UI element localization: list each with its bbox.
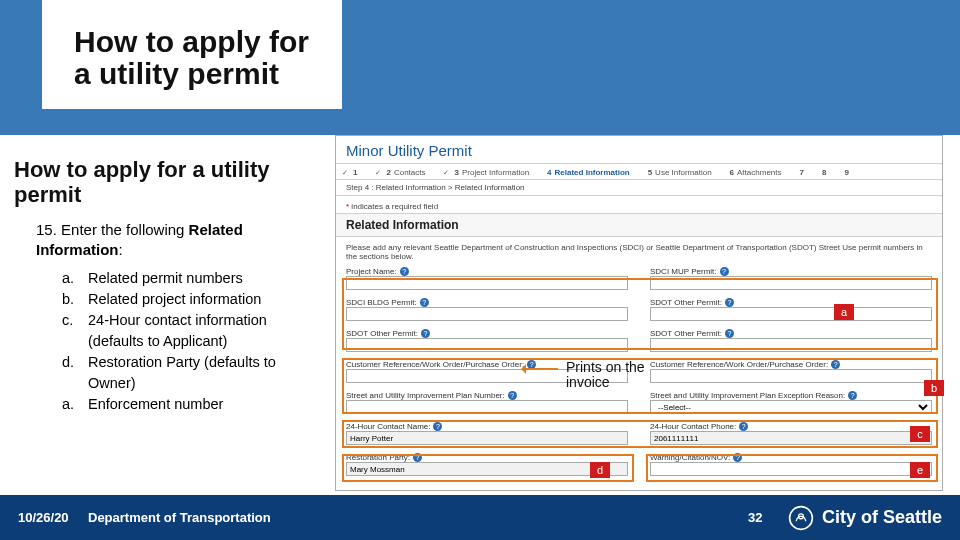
- main-area: How to apply for a utility permit 15. En…: [0, 135, 960, 495]
- wizard-step[interactable]: 1: [342, 168, 357, 177]
- city-logo: City of Seattle: [788, 505, 942, 531]
- list-item: a.Related permit numbers: [62, 268, 319, 289]
- title-box: How to apply for a utility permit: [42, 0, 342, 109]
- list-item: d.Restoration Party (defaults to Owner): [62, 352, 319, 394]
- seattle-seal-icon: [788, 505, 814, 531]
- footer-dept: Department of Transportation: [88, 510, 748, 525]
- form-hint: Please add any relevant Seattle Departme…: [346, 243, 932, 261]
- section-header: Related Information: [336, 213, 942, 237]
- city-name: City of Seattle: [822, 507, 942, 528]
- wizard-step[interactable]: 4Related Information: [547, 168, 630, 177]
- help-icon[interactable]: ?: [400, 267, 409, 276]
- wizard-step[interactable]: 7: [800, 168, 804, 177]
- sub-list: a.Related permit numbers b.Related proje…: [62, 268, 319, 415]
- svg-point-0: [790, 506, 813, 529]
- wizard-steps: 1 2Contacts 3Project Information 4Relate…: [336, 164, 942, 180]
- form-panel: Minor Utility Permit 1 2Contacts 3Projec…: [335, 135, 943, 491]
- annotation-arrow: [522, 368, 558, 370]
- tag-e: e: [910, 462, 930, 478]
- footer-date: 10/26/20: [18, 510, 88, 525]
- list-item: b.Related project information: [62, 289, 319, 310]
- footer-bar: 10/26/20 Department of Transportation 32…: [0, 495, 960, 540]
- tag-d: d: [590, 462, 610, 478]
- left-column: How to apply for a utility permit 15. En…: [0, 135, 335, 495]
- list-item: a.Enforcement number: [62, 394, 319, 415]
- step-text-c: :: [119, 241, 123, 258]
- step-text-a: Enter the following: [61, 221, 189, 238]
- highlight-e: [646, 454, 938, 482]
- form-title: Minor Utility Permit: [336, 136, 942, 164]
- tag-b: b: [924, 380, 944, 396]
- step-15: 15. Enter the following Related Informat…: [36, 220, 319, 261]
- footer-page: 32: [748, 510, 788, 525]
- title-bar: How to apply for a utility permit: [0, 0, 960, 135]
- step-number: 15.: [36, 221, 57, 238]
- help-icon[interactable]: ?: [720, 267, 729, 276]
- required-note: * indicates a required field: [336, 196, 942, 213]
- highlight-c: [342, 420, 938, 448]
- list-item: c.24-Hour contact information (defaults …: [62, 310, 319, 352]
- wizard-step[interactable]: 5Use Information: [648, 168, 712, 177]
- wizard-step[interactable]: 2Contacts: [375, 168, 425, 177]
- tag-a: a: [834, 304, 854, 320]
- wizard-step[interactable]: 6Attachments: [730, 168, 782, 177]
- page-heading: How to apply for a utility permit: [14, 157, 319, 208]
- wizard-step[interactable]: 3Project Information: [443, 168, 529, 177]
- right-column: Minor Utility Permit 1 2Contacts 3Projec…: [335, 135, 960, 495]
- slide-title: How to apply for a utility permit: [74, 26, 310, 89]
- annotation-text: Prints on the invoice: [566, 360, 656, 391]
- breadcrumb: Step 4 : Related Information > Related I…: [336, 180, 942, 196]
- tag-c: c: [910, 426, 930, 442]
- wizard-step[interactable]: 8: [822, 168, 826, 177]
- wizard-step[interactable]: 9: [844, 168, 848, 177]
